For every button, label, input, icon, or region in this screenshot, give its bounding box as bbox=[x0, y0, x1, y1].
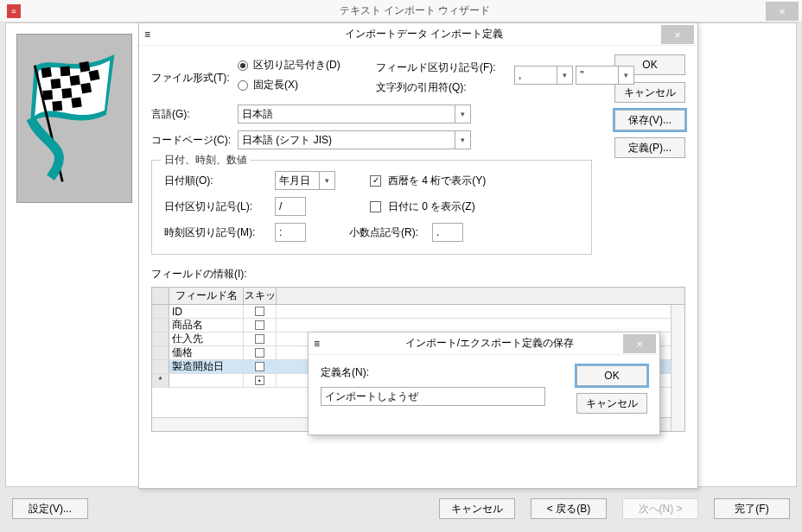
chevron-down-icon: ▾ bbox=[455, 105, 470, 123]
cell-field-name[interactable]: 価格 bbox=[169, 346, 244, 359]
cell-skip[interactable]: ▪ bbox=[244, 374, 277, 387]
cancel-button[interactable]: キャンセル bbox=[576, 393, 647, 414]
svg-rect-5 bbox=[89, 70, 100, 81]
row-header bbox=[152, 332, 169, 345]
text-qualifier-label: 文字列の引用符(Q): bbox=[376, 80, 514, 95]
svg-rect-7 bbox=[61, 88, 72, 98]
definition-name-input[interactable]: インポートしようぜ bbox=[321, 387, 545, 406]
four-digit-year-checkbox[interactable] bbox=[370, 175, 381, 187]
row-header bbox=[152, 305, 169, 318]
save-dialog-title: インポート/エクスポート定義の保存 bbox=[320, 336, 659, 351]
file-format-label: ファイル形式(T): bbox=[151, 71, 238, 86]
date-order-select[interactable]: 年月日 ▾ bbox=[275, 171, 335, 190]
next-button: 次へ(N) > bbox=[622, 498, 698, 519]
cell-field-name[interactable]: 仕入先 bbox=[169, 332, 244, 345]
date-delim-input[interactable]: / bbox=[275, 197, 306, 216]
checkbox-icon[interactable] bbox=[255, 320, 264, 330]
chevron-down-icon: ▾ bbox=[557, 66, 572, 84]
cell-field-name[interactable] bbox=[169, 374, 244, 387]
field-info-label: フィールドの情報(I): bbox=[151, 267, 685, 282]
cell-skip[interactable] bbox=[244, 360, 277, 373]
save-definition-dialog: ≡ インポート/エクスポート定義の保存 × 定義名(N): インポートしようぜ … bbox=[308, 332, 660, 435]
radio-delimited-label: 区切り記号付き(D) bbox=[253, 58, 341, 73]
checkbox-icon[interactable]: ▪ bbox=[255, 376, 264, 385]
checkbox-icon[interactable] bbox=[255, 348, 264, 358]
checkbox-icon[interactable] bbox=[255, 307, 264, 316]
app-icon: ≡ bbox=[7, 4, 21, 18]
close-icon[interactable]: × bbox=[623, 334, 656, 353]
row-header bbox=[152, 360, 169, 373]
svg-rect-1 bbox=[60, 66, 71, 76]
wizard-side-image bbox=[16, 34, 132, 203]
language-select[interactable]: 日本語 ▾ bbox=[238, 104, 471, 124]
datetime-group: 日付、時刻、数値 日付順(O): 年月日 ▾ 西暦を 4 桁で表示(Y) 日付区… bbox=[151, 160, 592, 255]
close-icon[interactable]: × bbox=[766, 2, 799, 21]
datetime-legend: 日付、時刻、数値 bbox=[161, 153, 251, 168]
checkbox-icon[interactable] bbox=[255, 362, 264, 371]
radio-icon bbox=[238, 60, 248, 71]
dialog-icon: ≡ bbox=[144, 28, 150, 41]
wizard-button-bar: 設定(V)... キャンセル < 戻る(B) 次へ(N) > 完了(F) bbox=[5, 492, 797, 525]
svg-rect-0 bbox=[41, 67, 52, 78]
four-digit-year-label: 西暦を 4 桁で表示(Y) bbox=[388, 174, 486, 188]
language-label: 言語(G): bbox=[151, 107, 238, 122]
grid-header-name[interactable]: フィールド名 bbox=[169, 288, 244, 304]
radio-fixed[interactable]: 固定長(X) bbox=[238, 78, 376, 92]
row-header bbox=[152, 319, 169, 332]
checkered-flag-icon bbox=[27, 49, 122, 187]
settings-button[interactable]: 設定(V)... bbox=[12, 498, 88, 519]
row-header bbox=[152, 346, 169, 359]
text-qualifier-select[interactable]: " ▾ bbox=[576, 66, 634, 85]
table-row[interactable]: ID bbox=[152, 305, 684, 319]
wizard-title: テキスト インポート ウィザード bbox=[28, 3, 802, 18]
cell-skip[interactable] bbox=[244, 305, 277, 318]
save-button[interactable]: 保存(V)... bbox=[614, 110, 685, 130]
import-def-title: インポートデータ インポート定義 bbox=[150, 27, 697, 41]
definitions-button[interactable]: 定義(P)... bbox=[614, 137, 685, 158]
cancel-button[interactable]: キャンセル bbox=[614, 82, 685, 103]
svg-rect-9 bbox=[52, 101, 62, 111]
definition-name-label: 定義名(N): bbox=[321, 365, 561, 380]
svg-rect-8 bbox=[80, 83, 92, 94]
cell-skip[interactable] bbox=[244, 319, 277, 332]
cell-field-name[interactable]: 商品名 bbox=[169, 319, 244, 332]
radio-fixed-label: 固定長(X) bbox=[253, 78, 298, 92]
cell-field-name[interactable]: ID bbox=[169, 305, 244, 318]
table-row[interactable]: 商品名 bbox=[152, 319, 684, 332]
svg-rect-4 bbox=[70, 75, 80, 86]
codepage-label: コードページ(C): bbox=[151, 133, 238, 148]
close-icon[interactable]: × bbox=[661, 25, 694, 44]
radio-icon bbox=[238, 80, 248, 91]
leading-zero-label: 日付に 0 を表示(Z) bbox=[388, 200, 475, 214]
wizard-titlebar: ≡ テキスト インポート ウィザード × bbox=[0, 0, 802, 22]
leading-zero-checkbox[interactable] bbox=[370, 201, 381, 212]
decimal-input[interactable]: . bbox=[432, 223, 463, 242]
cell-field-name[interactable]: 製造開始日 bbox=[169, 360, 244, 373]
scrollbar-vertical[interactable] bbox=[671, 305, 684, 431]
svg-rect-10 bbox=[71, 98, 81, 108]
chevron-down-icon: ▾ bbox=[319, 172, 334, 189]
field-delimiter-label: フィールド区切り記号(F): bbox=[376, 60, 514, 75]
chevron-down-icon: ▾ bbox=[618, 66, 633, 84]
chevron-down-icon: ▾ bbox=[455, 131, 470, 149]
ok-button[interactable]: OK bbox=[576, 365, 647, 386]
cell-skip[interactable] bbox=[244, 346, 277, 359]
cell-skip[interactable] bbox=[244, 332, 277, 345]
time-delim-input[interactable]: : bbox=[275, 223, 306, 242]
import-def-titlebar: ≡ インポートデータ インポート定義 × bbox=[139, 23, 697, 46]
back-button[interactable]: < 戻る(B) bbox=[531, 498, 607, 519]
field-delimiter-select[interactable]: , ▾ bbox=[514, 66, 573, 85]
codepage-select[interactable]: 日本語 (シフト JIS) ▾ bbox=[238, 130, 471, 149]
date-delim-label: 日付区切り記号(L): bbox=[164, 200, 275, 214]
row-header: * bbox=[152, 374, 169, 387]
finish-button[interactable]: 完了(F) bbox=[714, 498, 790, 519]
grid-header-skip[interactable]: スキッ bbox=[244, 288, 277, 304]
save-dialog-titlebar: ≡ インポート/エクスポート定義の保存 × bbox=[309, 332, 659, 355]
svg-rect-3 bbox=[51, 79, 61, 89]
time-delim-label: 時刻区切り記号(M): bbox=[164, 225, 275, 240]
checkbox-icon[interactable] bbox=[255, 334, 264, 344]
svg-rect-6 bbox=[42, 90, 53, 100]
radio-delimited[interactable]: 区切り記号付き(D) bbox=[238, 58, 376, 73]
cancel-button[interactable]: キャンセル bbox=[439, 498, 515, 519]
decimal-label: 小数点記号(R): bbox=[349, 225, 418, 240]
